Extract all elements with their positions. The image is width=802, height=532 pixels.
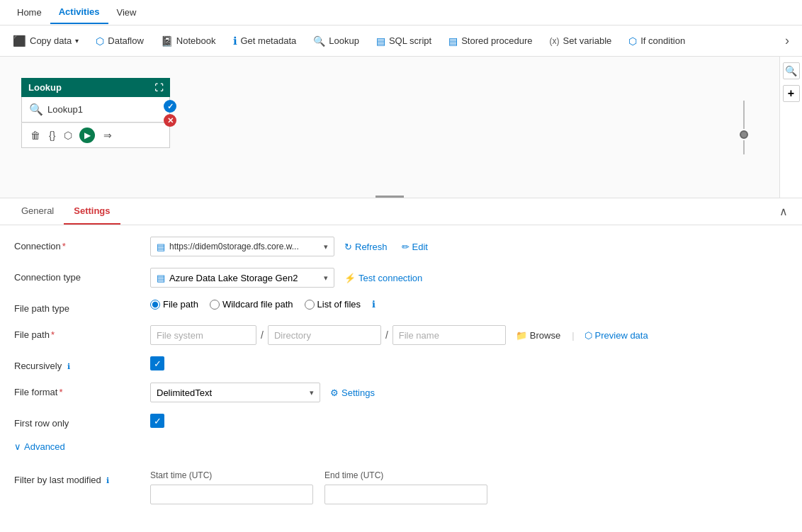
zoom-track-top (743, 101, 745, 129)
lookup-button[interactable]: 🔍 Lookup (306, 31, 366, 51)
file-system-input[interactable] (150, 325, 256, 345)
copy-data-icon: ⬛ (13, 35, 26, 47)
search-canvas-button[interactable]: 🔍 (783, 62, 800, 79)
tab-settings[interactable]: Settings (64, 198, 120, 225)
filter-last-modified-label: Filter by last modified ℹ (14, 470, 142, 485)
connection-select[interactable]: ▤ https://didem0storage.dfs.core.w... ▾ (150, 237, 334, 256)
nav-activities[interactable]: Activities (50, 1, 108, 24)
panel-tabs: General Settings ∧ (0, 198, 802, 225)
first-row-only-checkbox[interactable]: ✓ (150, 414, 164, 428)
code-node-button[interactable]: {} (47, 128, 57, 142)
sql-script-button[interactable]: ▤ SQL script (369, 31, 439, 51)
sql-script-icon: ▤ (376, 35, 385, 47)
advanced-chevron-icon: ∨ (14, 441, 21, 452)
recursively-control: ✓ (150, 356, 788, 370)
nav-home[interactable]: Home (9, 1, 50, 23)
file-path-type-control: File path Wildcard file path List of fil… (150, 299, 788, 310)
connection-type-row: Connection type ▤ Azure Data Lake Storag… (14, 268, 788, 288)
file-path-row: File path* / / 📁 Browse | (14, 325, 788, 345)
radio-wildcard-label: Wildcard file path (222, 299, 293, 310)
run-node-button[interactable]: ▶ (79, 128, 95, 143)
first-row-only-row: First row only ✓ (14, 414, 788, 429)
test-connection-icon: ⚡ (344, 273, 356, 283)
edit-button[interactable]: ✏ Edit (397, 239, 432, 255)
lookup-node-expand-icon[interactable]: ⛶ (154, 83, 163, 93)
connection-type-select[interactable]: ▤ Azure Data Lake Storage Gen2 ▾ (150, 268, 334, 288)
copy-data-button[interactable]: ⬛ Copy data ▾ (6, 30, 86, 52)
refresh-icon: ↻ (344, 242, 352, 252)
notebook-label: Notebook (176, 35, 216, 46)
set-variable-button[interactable]: (x) Set variable (543, 31, 619, 50)
if-condition-button[interactable]: ⬡ If condition (621, 31, 692, 51)
radio-list-of-files-label: List of files (317, 299, 361, 310)
file-path-type-label: File path type (14, 299, 142, 314)
file-name-input[interactable] (392, 325, 506, 345)
file-format-settings-icon: ⚙ (330, 387, 339, 398)
toolbar: ⬛ Copy data ▾ ⬡ Dataflow 📓 Notebook ℹ Ge… (0, 26, 802, 57)
lookup-node: Lookup ⛶ 🔍 Lookup1 ✓ ✕ 🗑 {} ⬡ ▶ ⇒ (21, 78, 170, 148)
file-path-type-radio-group: File path Wildcard file path List of fil… (150, 299, 375, 310)
file-path-control: / / 📁 Browse | ⬡ Preview data (150, 325, 788, 345)
connection-label: Connection* (14, 237, 142, 251)
browse-button[interactable]: 📁 Browse (510, 327, 566, 344)
filter-last-modified-info-icon[interactable]: ℹ (106, 476, 109, 485)
filter-last-modified-control: Start time (UTC) End time (UTC) (150, 470, 788, 504)
connection-type-label: Connection type (14, 268, 142, 283)
lookup-icon: 🔍 (313, 35, 325, 47)
canvas-main[interactable]: Lookup ⛶ 🔍 Lookup1 ✓ ✕ 🗑 {} ⬡ ▶ ⇒ (0, 57, 779, 198)
stored-procedure-label: Stored procedure (461, 35, 532, 46)
toolbar-more-button[interactable]: › (778, 29, 796, 52)
radio-list-of-files[interactable]: List of files (305, 299, 361, 310)
refresh-button[interactable]: ↻ Refresh (340, 239, 392, 255)
nav-view[interactable]: View (108, 1, 145, 23)
stored-procedure-button[interactable]: ▤ Stored procedure (441, 31, 539, 51)
zoom-in-button[interactable]: + (783, 85, 800, 102)
radio-file-path-label: File path (163, 299, 198, 310)
radio-wildcard[interactable]: Wildcard file path (210, 299, 293, 310)
zoom-handle[interactable] (740, 130, 748, 139)
first-row-only-label: First row only (14, 414, 142, 429)
refresh-label: Refresh (355, 242, 388, 252)
notebook-button[interactable]: 📓 Notebook (154, 31, 223, 51)
end-time-input[interactable] (324, 485, 487, 504)
start-time-input[interactable] (150, 485, 313, 504)
if-condition-icon: ⬡ (628, 35, 637, 47)
copy-node-button[interactable]: ⬡ (62, 128, 74, 142)
preview-data-label: Preview data (595, 330, 648, 341)
lookup-label: Lookup (329, 35, 359, 46)
file-format-settings-button[interactable]: ⚙ Settings (326, 385, 379, 401)
tab-general[interactable]: General (11, 198, 64, 225)
end-time-label: End time (UTC) (324, 470, 487, 480)
test-connection-button[interactable]: ⚡ Test connection (340, 270, 427, 286)
settings-panel: General Settings ∧ Connection* ▤ https:/… (0, 198, 802, 506)
recursively-info-icon[interactable]: ℹ (67, 362, 70, 370)
stored-procedure-icon: ▤ (448, 35, 458, 47)
dataflow-label: Dataflow (108, 35, 144, 46)
dataflow-icon: ⬡ (96, 35, 104, 47)
adls-icon: ▤ (157, 273, 165, 283)
preview-data-button[interactable]: ⬡ Preview data (580, 327, 653, 344)
recursively-checkbox[interactable]: ✓ (150, 356, 164, 370)
panel-body: Connection* ▤ https://didem0storage.dfs.… (0, 225, 802, 506)
filter-time-columns: Start time (UTC) End time (UTC) (150, 470, 487, 504)
delete-node-button[interactable]: 🗑 (29, 128, 42, 142)
test-connection-label: Test connection (358, 273, 422, 283)
lookup-node-title: Lookup (28, 82, 62, 93)
connection-type-chevron-icon: ▾ (324, 273, 328, 283)
arrow-next-icon: ⇒ (103, 130, 112, 141)
copy-data-chevron-icon: ▾ (75, 37, 79, 45)
recursively-row: Recursively ℹ ✓ (14, 356, 788, 371)
browse-folder-icon: 📁 (516, 330, 527, 341)
get-metadata-button[interactable]: ℹ Get metadata (226, 30, 304, 52)
collapse-panel-button[interactable]: ∧ (776, 202, 791, 221)
sql-script-label: SQL script (389, 35, 431, 46)
set-variable-icon: (x) (550, 36, 560, 46)
dataflow-button[interactable]: ⬡ Dataflow (89, 31, 151, 51)
connection-row: Connection* ▤ https://didem0storage.dfs.… (14, 237, 788, 256)
advanced-toggle[interactable]: ∨ Advanced (14, 440, 788, 453)
if-condition-label: If condition (640, 35, 685, 46)
file-path-type-info-icon[interactable]: ℹ (372, 299, 375, 310)
directory-input[interactable] (268, 325, 381, 345)
file-format-select[interactable]: DelimitedText ▾ (150, 383, 320, 402)
radio-file-path[interactable]: File path (150, 299, 198, 310)
